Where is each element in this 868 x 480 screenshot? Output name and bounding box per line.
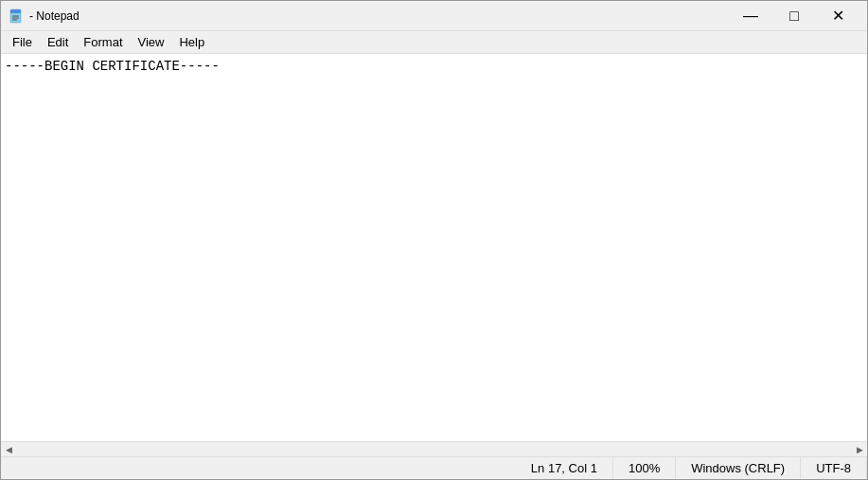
status-bar: Ln 17, Col 1 100% Windows (CRLF) UTF-8 [1,456,867,479]
cursor-position: Ln 17, Col 1 [516,457,613,479]
menu-help[interactable]: Help [171,33,212,51]
window-title: - Notepad [29,9,80,23]
horizontal-scrollbar[interactable]: ◀ ▶ [1,441,867,456]
scroll-right-arrow[interactable]: ▶ [852,442,867,457]
minimize-button[interactable]: — [729,1,772,31]
maximize-button[interactable]: □ [772,1,816,31]
menu-bar: File Edit Format View Help [1,31,867,54]
zoom-level: 100% [613,457,676,479]
close-button[interactable]: ✕ [816,1,859,31]
line-ending: Windows (CRLF) [676,457,801,479]
menu-format[interactable]: Format [76,33,130,51]
menu-file[interactable]: File [5,33,40,51]
scroll-track[interactable] [16,442,852,456]
svg-rect-1 [10,9,21,13]
scroll-left-arrow[interactable]: ◀ [1,442,16,457]
editor-container [1,54,867,441]
app-icon [9,9,24,24]
title-bar-left: - Notepad [9,9,80,24]
menu-edit[interactable]: Edit [40,33,76,51]
text-editor[interactable] [1,54,867,441]
menu-view[interactable]: View [131,33,172,51]
title-controls: — □ ✕ [729,1,859,31]
encoding: UTF-8 [801,457,867,479]
notepad-window: - Notepad — □ ✕ File Edit Format View He… [0,0,868,480]
title-bar: - Notepad — □ ✕ [1,1,867,31]
